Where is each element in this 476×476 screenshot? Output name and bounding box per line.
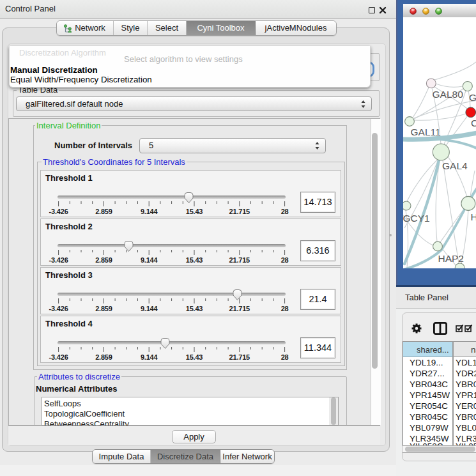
svg-text:CYC: CYC [471, 118, 476, 128]
svg-text:GAL80: GAL80 [433, 89, 464, 100]
svg-text:GAL11: GAL11 [411, 127, 441, 137]
svg-text:H: H [471, 211, 476, 222]
svg-text:GAL4: GAL4 [442, 160, 468, 171]
svg-text:GCY1: GCY1 [403, 213, 430, 224]
svg-text:GAL: GAL [469, 92, 476, 103]
svg-text:HAP2: HAP2 [438, 253, 464, 264]
